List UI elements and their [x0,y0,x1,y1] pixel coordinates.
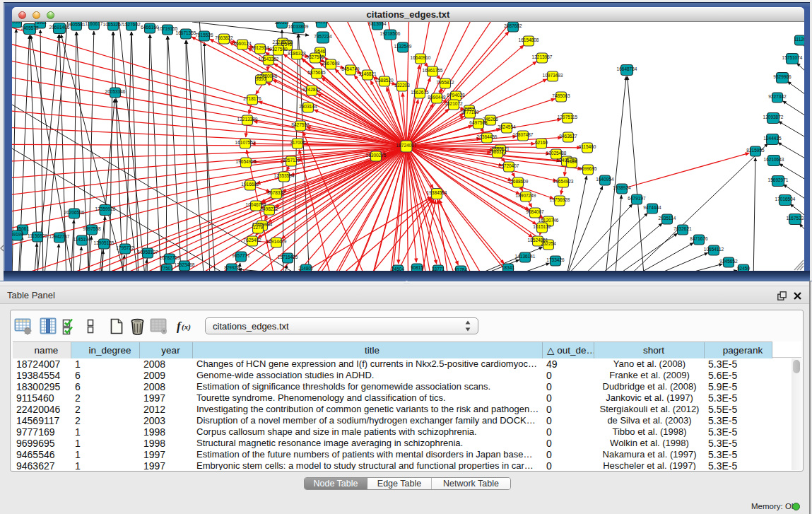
svg-text:8215955: 8215955 [746,148,765,153]
svg-text:10025488: 10025488 [546,151,567,156]
svg-text:20053346: 20053346 [105,89,126,94]
svg-text:14136141: 14136141 [515,254,536,259]
svg-text:1615132: 1615132 [533,224,551,229]
svg-text:15692971: 15692971 [768,177,789,182]
svg-text:20557: 20557 [12,22,23,24]
svg-text:1733426: 1733426 [546,257,565,262]
svg-text:7357224: 7357224 [314,34,332,39]
svg-text:18341: 18341 [502,265,514,270]
svg-text:1405572: 1405572 [20,25,39,30]
svg-text:829922: 829922 [224,265,240,270]
svg-text:9777169: 9777169 [461,110,479,115]
svg-text:35061: 35061 [16,226,29,231]
svg-text:7955812: 7955812 [436,80,454,85]
svg-text:214807: 214807 [298,266,314,271]
svg-text:8186328: 8186328 [288,51,306,56]
svg-text:16107552: 16107552 [235,140,256,145]
svg-text:16033809: 16033809 [288,24,309,29]
svg-text:1160617: 1160617 [86,22,103,26]
svg-text:10958107: 10958107 [138,250,158,255]
svg-text:3498222: 3498222 [260,206,278,211]
svg-text:10719155: 10719155 [158,26,178,31]
svg-text:1621072: 1621072 [445,101,463,106]
svg-text:33771: 33771 [432,267,445,271]
svg-text:15300275: 15300275 [366,153,387,158]
svg-text:8471676: 8471676 [690,236,708,241]
svg-text:7485063: 7485063 [552,93,570,98]
svg-text:7663822: 7663822 [215,35,233,40]
svg-text:90815: 90815 [411,265,423,270]
svg-text:2718176: 2718176 [243,96,261,101]
svg-text:3267110: 3267110 [283,158,300,163]
svg-text:10543382: 10543382 [259,57,279,62]
svg-text:5546: 5546 [282,42,293,47]
svg-text:1562615: 1562615 [411,90,429,95]
svg-text:1640954: 1640954 [596,177,614,182]
svg-text:11126: 11126 [794,37,804,42]
svg-text:8678332: 8678332 [267,190,286,195]
svg-text:10653267: 10653267 [103,22,124,27]
svg-text:1916682: 1916682 [241,182,259,187]
svg-text:84251: 84251 [315,22,328,24]
svg-text:2867608: 2867608 [322,61,340,66]
svg-text:1279: 1279 [253,225,264,230]
svg-text:9605581: 9605581 [67,22,86,27]
svg-text:9084067: 9084067 [526,209,544,214]
svg-text:12942737: 12942737 [49,234,70,239]
svg-text:16640910: 16640910 [411,55,431,60]
svg-text:10973493: 10973493 [543,73,563,78]
svg-text:8813054: 8813054 [368,22,387,26]
svg-text:9464: 9464 [567,159,577,164]
svg-text:20364436: 20364436 [477,134,498,139]
svg-text:9699695: 9699695 [579,166,597,171]
svg-text:9115460: 9115460 [579,144,596,149]
svg-text:7515526: 7515526 [195,33,213,37]
svg-text:9242845: 9242845 [302,87,321,92]
svg-text:6794028: 6794028 [447,93,465,98]
svg-text:9329966: 9329966 [773,74,792,79]
svg-text:8912954: 8912954 [251,45,269,50]
svg-text:9146821: 9146821 [358,71,377,76]
svg-text:1167533: 1167533 [787,216,804,221]
svg-text:77501: 77501 [160,266,173,271]
svg-text:1145194: 1145194 [73,237,91,242]
svg-text:16914479: 16914479 [266,239,287,244]
svg-text:19654925: 19654925 [236,159,257,164]
svg-text:252254: 252254 [541,241,556,246]
svg-text:20206536: 20206536 [64,210,85,215]
svg-text:8660124: 8660124 [233,41,252,46]
svg-text:9657771: 9657771 [232,253,250,258]
svg-text:92450: 92450 [737,266,750,271]
svg-text:18724007: 18724007 [396,143,417,148]
svg-text:9474444: 9474444 [643,205,661,210]
svg-text:6466160: 6466160 [141,25,159,30]
svg-text:3824554: 3824554 [498,124,516,129]
svg-text:19756928: 19756928 [550,197,570,202]
svg-text:832203: 832203 [394,83,410,88]
svg-text:8454749: 8454749 [341,66,360,71]
svg-text:8427552: 8427552 [291,122,310,127]
svg-text:9890: 9890 [256,76,266,81]
svg-text:12353594: 12353594 [274,173,295,178]
svg-text:18907249: 18907249 [516,193,536,198]
svg-text:17016504: 17016504 [775,197,796,201]
svg-text:73911: 73911 [34,22,47,25]
svg-text:11156829: 11156829 [28,233,47,238]
svg-text:2803144: 2803144 [299,104,317,109]
svg-text:10807487: 10807487 [513,132,534,137]
svg-text:39199: 39199 [12,232,23,237]
svg-text:6497568: 6497568 [469,120,488,125]
svg-text:17359928: 17359928 [95,206,116,211]
svg-text:9245652: 9245652 [719,259,738,264]
svg-text:15720407: 15720407 [499,163,519,168]
svg-text:91784: 91784 [454,267,467,271]
svg-text:1795722: 1795722 [116,245,134,250]
svg-text:62160: 62160 [535,140,548,145]
svg-text:1938924: 1938924 [613,185,631,190]
svg-text:6479197: 6479197 [628,196,646,201]
svg-text:19218506: 19218506 [380,31,401,36]
svg-text:16648784: 16648784 [617,66,637,71]
svg-text:7986322: 7986322 [488,149,507,154]
svg-text:19384554: 19384554 [427,190,447,195]
svg-text:5875685: 5875685 [307,70,326,75]
